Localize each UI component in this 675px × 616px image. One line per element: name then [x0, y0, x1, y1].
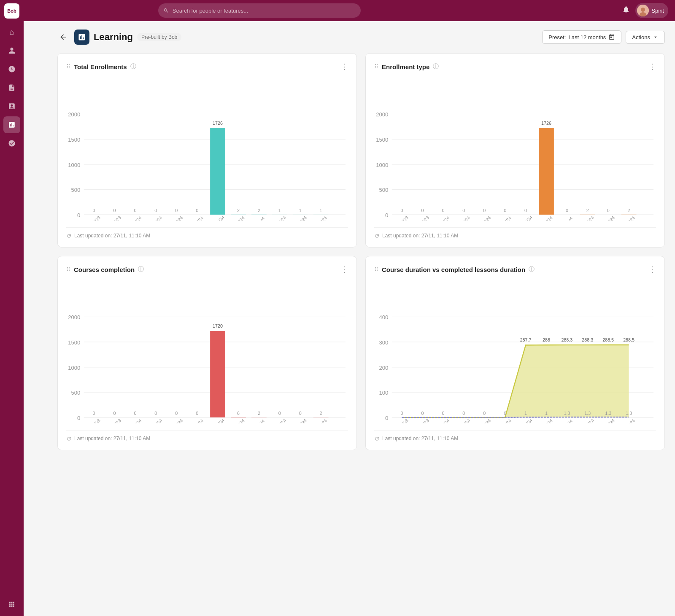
svg-text:288.5: 288.5: [623, 337, 634, 342]
drag-handle-icon[interactable]: ⠿: [66, 266, 70, 273]
svg-text:1.3: 1.3: [626, 411, 632, 416]
svg-text:Nov 2023: Nov 2023: [84, 215, 101, 221]
drag-handle-icon[interactable]: ⠿: [66, 63, 70, 70]
svg-text:0: 0: [175, 208, 178, 213]
svg-text:288.3: 288.3: [561, 337, 572, 342]
card-header: ⠿ Course duration vs completed lessons d…: [374, 265, 656, 274]
info-icon[interactable]: ⓘ: [529, 266, 535, 273]
notifications-icon[interactable]: [622, 5, 630, 16]
svg-text:Apr 2024: Apr 2024: [188, 215, 204, 221]
svg-text:Sep 2024: Sep 2024: [598, 215, 616, 221]
svg-text:0: 0: [504, 208, 506, 213]
chart-area: 0 500 1000 1500 2000 0 0 0: [374, 78, 656, 221]
avatar: [637, 5, 649, 16]
svg-text:1: 1: [320, 208, 322, 213]
sidebar: Bob ⌂: [0, 0, 24, 616]
card-title-area: ⠿ Total Enrollments ⓘ: [66, 63, 136, 70]
total-enrollments-card: ⠿ Total Enrollments ⓘ ⋮ 0 500 1000 1500 …: [57, 53, 357, 247]
info-icon[interactable]: ⓘ: [130, 63, 136, 70]
svg-text:0: 0: [385, 415, 388, 421]
svg-text:0: 0: [442, 208, 444, 213]
card-title: Enrollment type: [382, 63, 429, 70]
svg-text:0: 0: [524, 208, 527, 213]
actions-button[interactable]: Actions: [626, 31, 665, 44]
more-options-icon[interactable]: ⋮: [340, 265, 348, 274]
more-options-icon[interactable]: ⋮: [648, 265, 656, 274]
svg-text:0: 0: [483, 411, 486, 416]
svg-text:288: 288: [543, 337, 550, 342]
svg-text:1500: 1500: [68, 137, 80, 143]
svg-text:1500: 1500: [376, 137, 388, 143]
svg-text:0: 0: [442, 411, 444, 416]
svg-text:500: 500: [379, 187, 389, 193]
courses-completion-card: ⠿ Courses completion ⓘ ⋮ 0 500 1000 1500…: [57, 256, 357, 450]
svg-text:Aug 2024: Aug 2024: [578, 215, 595, 221]
svg-text:0: 0: [385, 212, 388, 218]
svg-text:Dec 2023: Dec 2023: [105, 215, 122, 221]
user-avatar-badge[interactable]: Spirit: [635, 3, 668, 18]
svg-text:1720: 1720: [213, 323, 223, 328]
main-content: Learning Pre-built by Bob Preset: Last 1…: [47, 21, 675, 616]
svg-text:1726: 1726: [213, 121, 223, 126]
svg-text:Oct 2024: Oct 2024: [619, 418, 636, 423]
topbar-right: Spirit: [622, 3, 668, 18]
svg-text:Feb 2024: Feb 2024: [454, 215, 471, 221]
preset-value: Last 12 months: [568, 34, 606, 40]
last-updated: Last updated on: 27/11, 11:10 AM: [74, 436, 150, 441]
svg-rect-119: [231, 417, 246, 417]
sidebar-item-docs[interactable]: [3, 79, 20, 96]
card-footer: Last updated on: 27/11, 11:10 AM: [66, 227, 348, 239]
svg-text:500: 500: [71, 187, 81, 193]
svg-text:1500: 1500: [68, 339, 80, 346]
drag-handle-icon[interactable]: ⠿: [374, 266, 378, 273]
sidebar-item-time[interactable]: [3, 61, 20, 78]
sidebar-item-tasks[interactable]: [3, 98, 20, 115]
svg-text:0: 0: [77, 415, 80, 421]
svg-text:6: 6: [237, 411, 240, 416]
app-logo: Bob: [4, 3, 19, 19]
svg-text:0: 0: [278, 411, 281, 416]
preset-button[interactable]: Preset: Last 12 months: [542, 30, 621, 44]
svg-text:0: 0: [607, 208, 610, 213]
sidebar-item-analytics[interactable]: [3, 116, 20, 133]
svg-text:500: 500: [71, 390, 81, 396]
more-options-icon[interactable]: ⋮: [648, 62, 656, 71]
refresh-icon: [374, 233, 380, 239]
sidebar-item-profile[interactable]: [3, 135, 20, 152]
chevron-down-icon: [653, 34, 659, 40]
svg-text:0: 0: [299, 411, 302, 416]
svg-text:Jan 2024: Jan 2024: [434, 215, 451, 221]
back-button[interactable]: [57, 31, 69, 43]
search-container[interactable]: [158, 3, 361, 18]
svg-text:Oct 2024: Oct 2024: [311, 215, 328, 221]
info-icon[interactable]: ⓘ: [433, 63, 439, 70]
svg-text:Jul 2024: Jul 2024: [558, 216, 573, 221]
svg-text:288.5: 288.5: [602, 337, 614, 342]
svg-text:1.3: 1.3: [605, 411, 611, 416]
svg-text:Mar 2024: Mar 2024: [167, 418, 184, 423]
svg-text:Jun 2024: Jun 2024: [229, 215, 246, 221]
svg-text:Nov 2023: Nov 2023: [392, 215, 409, 221]
search-input[interactable]: [173, 8, 356, 14]
bar-chart-svg: 0 500 1000 1500 2000 0 0 0: [374, 78, 656, 221]
refresh-icon: [66, 233, 72, 239]
more-options-icon[interactable]: ⋮: [340, 62, 348, 71]
drag-handle-icon[interactable]: ⠿: [374, 63, 378, 70]
svg-text:Jul 2024: Jul 2024: [558, 419, 573, 423]
svg-point-1: [641, 8, 645, 12]
svg-text:Feb 2024: Feb 2024: [146, 215, 163, 221]
header-actions: Preset: Last 12 months Actions: [542, 30, 665, 44]
svg-text:0: 0: [196, 208, 198, 213]
sidebar-item-apps[interactable]: [3, 596, 20, 613]
sidebar-item-people[interactable]: [3, 42, 20, 59]
svg-text:Jun 2024: Jun 2024: [537, 215, 554, 221]
svg-text:Oct 2024: Oct 2024: [311, 418, 328, 423]
svg-text:0: 0: [154, 208, 157, 213]
card-footer: Last updated on: 27/11, 11:10 AM: [66, 430, 348, 441]
sidebar-item-home[interactable]: ⌂: [3, 24, 20, 40]
info-icon[interactable]: ⓘ: [138, 266, 144, 273]
svg-text:May 2024: May 2024: [516, 215, 533, 221]
svg-rect-73: [539, 128, 554, 215]
svg-text:0: 0: [134, 208, 136, 213]
svg-text:Jan 2024: Jan 2024: [126, 418, 143, 423]
